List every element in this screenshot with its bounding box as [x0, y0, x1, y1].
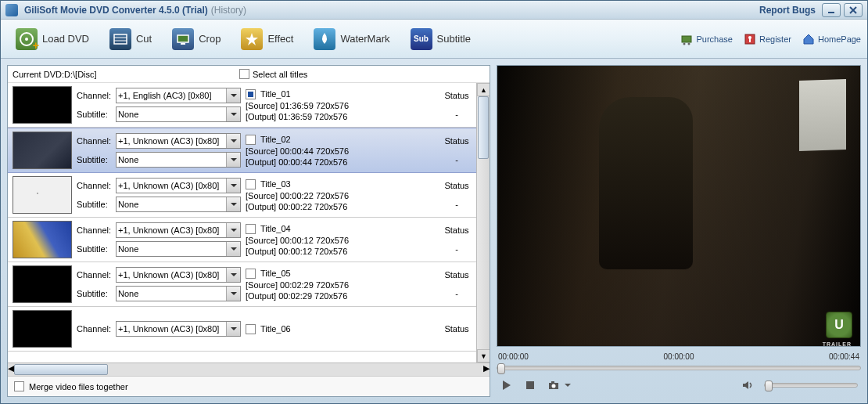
- source-info: [Source] 00:00:12 720x576: [246, 236, 432, 245]
- volume-slider[interactable]: [764, 383, 858, 388]
- volume-knob[interactable]: [765, 381, 773, 391]
- title-name: Title_04: [260, 224, 291, 233]
- title-checkbox[interactable]: [246, 135, 256, 145]
- title-row[interactable]: Channel:+1, Unknown (AC3) [0x80]Subtitle…: [8, 173, 476, 218]
- subtitle-label: Subtitle:: [77, 289, 113, 298]
- snapshot-dropdown-icon[interactable]: [564, 378, 572, 392]
- scroll-right-arrow[interactable]: ▶: [483, 363, 490, 376]
- channel-dropdown[interactable]: +1, Unknown (AC3) [0x80]: [116, 133, 241, 149]
- title-row[interactable]: Channel:+1, Unknown (AC3) [0x80]Title_06…: [8, 307, 476, 352]
- title-checkbox[interactable]: [246, 179, 256, 189]
- chevron-down-icon[interactable]: [226, 107, 240, 121]
- scroll-thumb[interactable]: [478, 96, 489, 159]
- app-logo-icon: [5, 4, 18, 16]
- load-dvd-button[interactable]: Load DVD: [7, 24, 98, 54]
- subtitle-dropdown[interactable]: None: [116, 241, 241, 257]
- svg-point-18: [552, 384, 556, 388]
- play-button[interactable]: [500, 378, 514, 392]
- chevron-down-icon[interactable]: [226, 287, 240, 301]
- hscroll-thumb[interactable]: [14, 364, 108, 375]
- channel-dropdown[interactable]: +1, Unknown (AC3) [0x80]: [116, 267, 241, 283]
- merge-checkbox[interactable]: [14, 381, 24, 391]
- history-label[interactable]: (History): [211, 5, 246, 16]
- subtitle-dropdown[interactable]: None: [116, 152, 241, 168]
- channel-label: Channel:: [77, 225, 113, 235]
- output-info: [Output] 00:00:44 720x576: [246, 157, 432, 167]
- chevron-down-icon[interactable]: [226, 134, 240, 148]
- channel-dropdown[interactable]: +1, Unknown (AC3) [0x80]: [116, 178, 241, 193]
- title-checkbox[interactable]: [246, 269, 256, 279]
- channel-dropdown[interactable]: +1, Unknown (AC3) [0x80]: [116, 222, 241, 238]
- time-mid: 00:00:00: [664, 352, 694, 361]
- channel-value: +1, English (AC3) [0x80]: [118, 91, 239, 100]
- chevron-down-icon[interactable]: [226, 197, 240, 211]
- title-row[interactable]: Channel:+1, Unknown (AC3) [0x80]Subtitle…: [8, 218, 476, 262]
- subtitle-value: None: [118, 200, 239, 209]
- time-start: 00:00:00: [498, 352, 529, 361]
- title-bar: GiliSoft Movie DVD Converter 4.5.0 (Tria…: [1, 1, 867, 20]
- channel-value: +1, Unknown (AC3) [0x80]: [118, 324, 239, 334]
- stop-button[interactable]: [523, 378, 537, 392]
- select-all-checkbox[interactable]: [239, 69, 249, 79]
- film-cut-icon: [109, 28, 131, 50]
- close-button[interactable]: [844, 3, 863, 17]
- status-header: Status: [442, 181, 472, 190]
- purchase-link[interactable]: Purchase: [681, 33, 733, 45]
- title-checkbox[interactable]: [246, 89, 256, 99]
- effect-button[interactable]: Effect: [232, 24, 302, 54]
- chevron-down-icon[interactable]: [226, 223, 240, 237]
- status-header: Status: [442, 270, 472, 280]
- source-info: [Source] 00:02:29 720x576: [246, 280, 432, 290]
- status-header: Status: [442, 225, 472, 235]
- minimize-button[interactable]: [822, 3, 841, 17]
- title-checkbox[interactable]: [246, 324, 256, 334]
- seek-slider[interactable]: [497, 366, 861, 370]
- vertical-scrollbar[interactable]: ▲ ▼: [476, 83, 490, 363]
- horizontal-scrollbar[interactable]: ◀ ▶: [8, 363, 490, 376]
- preview-panel: U TRAILER 00:00:00 00:00:00 00:00:44: [497, 65, 861, 397]
- seek-knob[interactable]: [497, 363, 505, 374]
- subtitle-dropdown[interactable]: None: [116, 197, 241, 212]
- chevron-down-icon[interactable]: [226, 179, 240, 193]
- report-bugs-link[interactable]: Report Bugs: [759, 5, 816, 16]
- channel-label: Channel:: [77, 91, 113, 100]
- cut-button[interactable]: Cut: [101, 24, 160, 54]
- video-preview[interactable]: U TRAILER: [497, 65, 861, 347]
- volume-icon[interactable]: [741, 378, 755, 392]
- channel-value: +1, Unknown (AC3) [0x80]: [118, 270, 239, 280]
- scroll-up-arrow[interactable]: ▲: [477, 83, 490, 96]
- subtitle-value: None: [118, 289, 239, 298]
- snapshot-button[interactable]: [547, 378, 561, 392]
- chevron-down-icon[interactable]: [226, 153, 240, 167]
- title-row[interactable]: Channel:+1, English (AC3) [0x80]Subtitle…: [8, 83, 476, 128]
- title-row[interactable]: Channel:+1, Unknown (AC3) [0x80]Subtitle…: [8, 262, 476, 307]
- subtitle-value: None: [118, 244, 239, 254]
- bottom-bar: Merge video files together: [8, 376, 490, 396]
- title-name: Title_05: [260, 269, 291, 278]
- status-value: -: [442, 289, 472, 298]
- subtitle-dropdown[interactable]: None: [116, 106, 241, 122]
- title-checkbox[interactable]: [246, 224, 256, 234]
- register-link[interactable]: Register: [744, 33, 791, 45]
- channel-label: Channel:: [77, 270, 113, 280]
- scroll-down-arrow[interactable]: ▼: [477, 349, 490, 363]
- chevron-down-icon[interactable]: [226, 322, 240, 336]
- chevron-down-icon[interactable]: [226, 268, 240, 282]
- screen-crop-icon: [172, 28, 194, 50]
- subtitle-dropdown[interactable]: None: [116, 286, 241, 301]
- subtitle-button[interactable]: Sub Subtitle: [402, 24, 479, 54]
- channel-dropdown[interactable]: +1, Unknown (AC3) [0x80]: [116, 321, 241, 337]
- chevron-down-icon[interactable]: [226, 88, 240, 103]
- channel-dropdown[interactable]: +1, English (AC3) [0x80]: [116, 88, 241, 103]
- watermark-button[interactable]: WaterMark: [305, 24, 398, 54]
- crop-button[interactable]: Crop: [163, 24, 229, 54]
- key-icon: [744, 33, 756, 45]
- title-row[interactable]: Channel:+1, Unknown (AC3) [0x80]Subtitle…: [8, 128, 476, 173]
- scroll-left-arrow[interactable]: ◀: [8, 363, 14, 376]
- status-value: -: [442, 110, 472, 119]
- chevron-down-icon[interactable]: [226, 242, 240, 256]
- status-header: Status: [442, 324, 472, 334]
- svg-rect-8: [178, 35, 188, 42]
- preview-time-labels: 00:00:00 00:00:00 00:00:44: [497, 350, 861, 363]
- homepage-link[interactable]: HomePage: [802, 33, 861, 45]
